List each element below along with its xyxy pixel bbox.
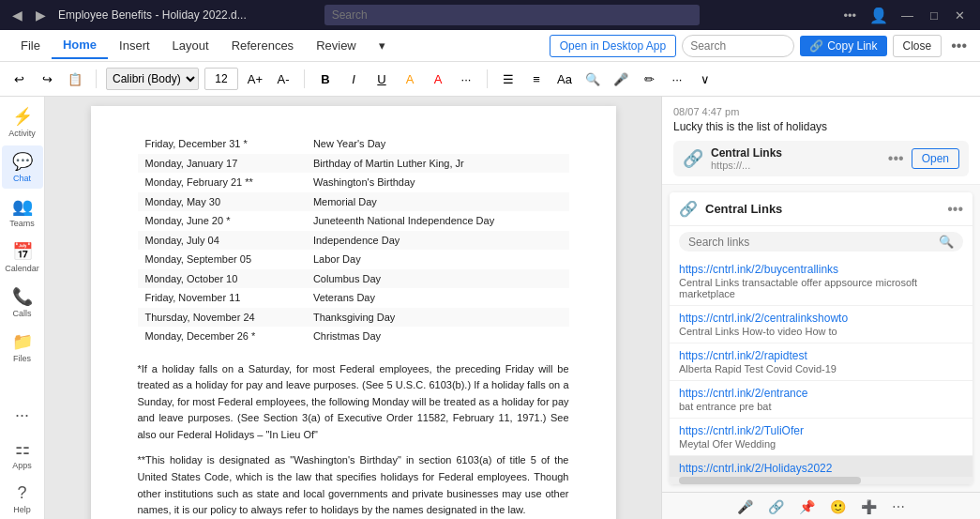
central-links-item[interactable]: https://cntrl.ink/2/entrancebat entrance…	[670, 381, 972, 419]
close-window-button[interactable]: ✕	[947, 7, 972, 24]
font-selector[interactable]: Calibri (Body)	[106, 68, 199, 90]
holiday-date: Friday, November 11	[138, 288, 306, 308]
sidebar-label-chat: Chat	[13, 174, 31, 183]
open-desktop-button[interactable]: Open in Desktop App	[550, 35, 676, 57]
minimize-button[interactable]: —	[894, 7, 921, 24]
tab-references[interactable]: References	[220, 33, 305, 58]
maximize-button[interactable]: □	[923, 7, 945, 24]
document-area[interactable]: Friday, December 31 *New Year's DayMonda…	[45, 97, 661, 519]
copy-link-button[interactable]: 🔗 Copy Link	[800, 36, 886, 56]
font-color-button[interactable]: A	[427, 68, 449, 90]
holiday-date: Monday, December 26 *	[138, 327, 306, 346]
cl-item-desc: bat entrance pre bat	[679, 401, 963, 412]
sidebar-item-chat[interactable]: 💬 Chat	[2, 145, 43, 189]
central-links-more-button[interactable]: •••	[947, 201, 963, 218]
link-icon-bottom[interactable]: 🔗	[764, 497, 788, 516]
search-format-button[interactable]: 🔍	[581, 68, 604, 90]
sidebar-item-files[interactable]: 📁 Files	[2, 326, 43, 369]
link-card-more-button[interactable]: •••	[888, 150, 904, 167]
tab-layout[interactable]: Layout	[161, 33, 220, 58]
chat-timestamp: 08/07 4:47 pm	[673, 106, 969, 117]
emoji-icon[interactable]: 🙂	[826, 497, 850, 516]
more-button[interactable]: •••	[836, 7, 864, 24]
title-search-input[interactable]	[332, 8, 692, 22]
ribbon-toolbar: ↩ ↪ 📋 Calibri (Body) A+ A- B I U A A ···…	[0, 62, 980, 96]
separator-3	[487, 69, 488, 88]
review-dropdown[interactable]: ▾	[368, 33, 397, 58]
pin-icon[interactable]: 📌	[795, 497, 819, 516]
close-button[interactable]: Close	[893, 35, 942, 57]
dictate-button[interactable]: 🎤	[610, 68, 632, 90]
cl-item-url: https://cntrl.ink/2/Holidays2022	[679, 462, 963, 475]
align-button[interactable]: ≡	[525, 68, 548, 90]
central-links-scrollbar[interactable]	[670, 477, 972, 484]
central-links-icon: 🔗	[679, 200, 698, 218]
holiday-row: Monday, July 04Independence Day	[138, 231, 569, 251]
calls-icon: 📞	[12, 286, 33, 307]
sidebar-item-activity[interactable]: ⚡ Activity	[2, 100, 43, 144]
scrollbar-thumb	[679, 477, 861, 484]
separator-1	[96, 69, 97, 88]
sidebar-item-apps[interactable]: ⚏ Apps	[2, 433, 43, 476]
central-links-search-bar[interactable]: 🔍	[679, 232, 963, 252]
link-card: 🔗 Central Links https://... ••• Open	[673, 141, 969, 176]
italic-button[interactable]: I	[342, 68, 365, 90]
highlight-button[interactable]: A	[399, 68, 421, 90]
sidebar-item-more[interactable]: ···	[2, 400, 43, 431]
mic-icon[interactable]: 🎤	[733, 497, 757, 516]
central-links-item[interactable]: https://cntrl.ink/2/buycentrallinksCentr…	[670, 257, 972, 306]
ribbon-search-input[interactable]	[682, 35, 794, 57]
ribbon-tab-bar: File Home Insert Layout References Revie…	[0, 30, 980, 62]
link-icon: 🔗	[809, 39, 823, 53]
help-icon: ?	[17, 483, 26, 503]
sidebar-item-calendar[interactable]: 📅 Calendar	[2, 236, 43, 279]
central-links-item[interactable]: https://cntrl.ink/2/centralinkshowtoCent…	[670, 306, 972, 343]
holiday-name: Columbus Day	[306, 269, 569, 289]
cl-item-url: https://cntrl.ink/2/entrance	[679, 387, 963, 400]
holiday-name: Veterans Day	[306, 288, 569, 308]
more-format-button[interactable]: ···	[455, 68, 477, 90]
sidebar-item-help[interactable]: ? Help	[2, 478, 43, 519]
central-links-item[interactable]: https://cntrl.ink/2/rapidtestAlberta Rap…	[670, 343, 972, 381]
font-shrink-button[interactable]: A-	[272, 68, 294, 90]
editor-button[interactable]: ✏	[638, 68, 660, 90]
sidebar-item-teams[interactable]: 👥 Teams	[2, 191, 43, 234]
more-options-button[interactable]: •••	[947, 38, 971, 54]
more-tools-button[interactable]: ···	[666, 68, 688, 90]
more-icon-bottom[interactable]: ⋯	[888, 497, 909, 516]
tab-insert[interactable]: Insert	[108, 33, 161, 58]
font-size-input[interactable]	[204, 68, 238, 90]
apps-icon: ⚏	[15, 438, 30, 459]
cl-item-desc: Central Links transactable offer appsour…	[679, 277, 963, 299]
bullets-button[interactable]: ☰	[497, 68, 520, 90]
underline-button[interactable]: U	[370, 68, 393, 90]
forward-button[interactable]: ▶	[31, 6, 51, 24]
redo-button[interactable]: ↪	[36, 68, 58, 90]
back-button[interactable]: ◀	[8, 6, 27, 24]
font-grow-button[interactable]: A+	[244, 68, 266, 90]
undo-button[interactable]: ↩	[8, 68, 30, 90]
central-links-search-input[interactable]	[688, 236, 935, 249]
title-search-bar[interactable]	[324, 5, 700, 25]
central-links-item[interactable]: https://cntrl.ink/2/TuliOferMeytal Ofer …	[670, 419, 972, 456]
tab-review[interactable]: Review	[305, 33, 368, 58]
tab-file[interactable]: File	[9, 33, 52, 58]
bold-button[interactable]: B	[314, 68, 337, 90]
holiday-row: Monday, February 21 **Washington's Birth…	[138, 173, 569, 192]
holiday-name: New Year's Day	[306, 134, 569, 154]
link-card-info: Central Links https://...	[711, 146, 881, 171]
style-button[interactable]: Aa	[553, 68, 576, 90]
chat-message-text: Lucky this is the list of holidays	[673, 120, 969, 133]
holiday-date: Monday, January 17	[138, 154, 306, 174]
right-bottom-toolbar: 🎤 🔗 📌 🙂 ➕ ⋯	[662, 492, 980, 519]
clipboard-button[interactable]: 📋	[64, 68, 86, 90]
holiday-date: Monday, July 04	[138, 231, 306, 251]
expand-ribbon-button[interactable]: ∨	[694, 68, 716, 90]
sidebar-item-calls[interactable]: 📞 Calls	[2, 281, 43, 324]
link-card-open-button[interactable]: Open	[912, 148, 959, 169]
add-icon[interactable]: ➕	[857, 497, 881, 516]
teams-icon: 👥	[12, 196, 33, 217]
central-links-panel: 🔗 Central Links ••• 🔍 https://cntrl.ink/…	[670, 192, 972, 484]
central-links-item[interactable]: https://cntrl.ink/2/Holidays2022Employme…	[670, 456, 972, 477]
tab-home[interactable]: Home	[52, 32, 108, 59]
